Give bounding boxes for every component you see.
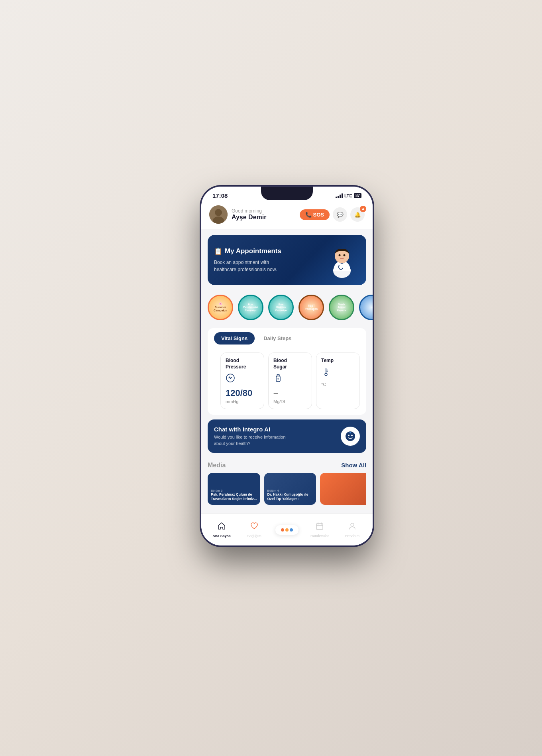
sos-button[interactable]: 📞 SOS — [300, 209, 330, 220]
vital-bs-icon — [273, 373, 307, 385]
campaign-test[interactable]: TESTPackages — [298, 295, 324, 320]
account-icon — [348, 522, 357, 532]
vitals-section: BloodPressure 120/80 mmHg BloodSugar — [208, 352, 366, 415]
vital-temp-icon — [321, 367, 355, 379]
ai-subtitle: Would you like to receive informationabo… — [214, 434, 286, 447]
dot-orange — [285, 528, 289, 532]
bottom-nav: Ana Saysa Sağlığım — [201, 514, 373, 545]
media-card-1-content: Bölüm 5 Psk. Ferahnaz Çulum ileTravmalar… — [208, 473, 260, 505]
screen-content[interactable]: 📋 My Appointments Book an appointment wi… — [201, 229, 373, 541]
vital-blood-pressure[interactable]: BloodPressure 120/80 mmHg — [220, 352, 264, 409]
ai-robot-icon — [341, 427, 360, 446]
banner-title: 📋 My Appointments — [214, 247, 324, 256]
media-2-text: Dr. Hakkı Kumuşoğlu ileÖzel Tıp Yaklaşım… — [267, 492, 313, 502]
nav-home[interactable]: Ana Saysa — [205, 522, 238, 538]
vital-bp-value: 120/80 — [226, 388, 259, 398]
nav-appointments[interactable]: Randevular — [303, 522, 336, 538]
nav-account-label: Hesabım — [345, 534, 359, 538]
vital-temp-title: Temp — [321, 358, 355, 364]
media-section: Media Show All Bölüm 5 Psk. Ferahnaz Çul… — [201, 458, 373, 509]
status-right: LTE 87 — [336, 193, 361, 198]
doctor-character — [324, 242, 360, 278]
media-card-2-content: Bölüm 4 Dr. Hakkı Kumuşoğlu ileÖzel Tıp … — [264, 473, 316, 505]
campaign-summer[interactable]: 🌸SummerCampaign — [208, 295, 233, 320]
phone-icon: 📞 — [305, 212, 312, 218]
vital-bp-unit: mmHg — [226, 399, 259, 404]
media-header: Media Show All — [208, 462, 366, 469]
ai-chat-banner[interactable]: Chat with Integro AI Would you like to r… — [208, 419, 366, 453]
svg-point-10 — [277, 378, 279, 380]
campaign-row: 🌸SummerCampaign FreePsychologistCampaign… — [201, 291, 373, 324]
vital-bp-icon — [226, 373, 259, 385]
calendar-nav-icon — [315, 522, 324, 532]
greeting-text: Good morning — [232, 208, 296, 214]
svg-point-1 — [215, 209, 222, 216]
svg-point-14 — [351, 435, 353, 436]
greeting-block: Good morning Ayşe Demir — [232, 208, 296, 221]
tabs-section: Vital Signs Daily Steps — [208, 328, 366, 352]
media-2-episode: Bölüm 4 — [267, 489, 313, 492]
svg-point-5 — [339, 254, 341, 256]
svg-point-6 — [344, 254, 346, 256]
time-display: 17:08 — [212, 192, 228, 199]
lte-label: LTE — [344, 193, 352, 198]
ai-title: Chat with Integro AI — [214, 426, 286, 433]
chat-icon: 💬 — [337, 212, 344, 218]
svg-rect-16 — [316, 524, 323, 530]
appointments-banner[interactable]: 📋 My Appointments Book an appointment wi… — [208, 235, 366, 285]
media-card-3-content — [320, 473, 366, 505]
campaign-extra[interactable]: ··· — [359, 295, 373, 320]
vitals-row: BloodPressure 120/80 mmHg BloodSugar — [214, 352, 360, 415]
vital-bs-title: BloodSugar — [273, 358, 307, 370]
app-header: Good morning Ayşe Demir 📞 SOS 💬 🔔 4 — [201, 201, 373, 229]
nav-center[interactable] — [271, 525, 303, 535]
phone-frame: 17:08 LTE 87 Good morning Ay — [201, 187, 373, 545]
media-1-episode: Bölüm 5 — [211, 489, 257, 492]
dot-blue — [290, 528, 293, 532]
campaign-experts[interactable]: NewlyJoinedExperts — [329, 295, 354, 320]
media-card-3[interactable] — [320, 473, 366, 505]
vital-temp[interactable]: Temp °C — [316, 352, 360, 409]
media-card-1[interactable]: Bölüm 5 Psk. Ferahnaz Çulum ileTravmalar… — [208, 473, 260, 505]
vital-bs-unit: Mg/Dl — [273, 399, 307, 404]
nav-health[interactable]: Sağlığım — [238, 522, 271, 538]
nav-appointments-label: Randevular — [310, 534, 329, 538]
user-avatar[interactable] — [209, 205, 228, 224]
nav-account[interactable]: Hesabım — [336, 522, 369, 538]
svg-point-17 — [351, 523, 354, 526]
signal-icon — [336, 193, 343, 198]
notification-badge: 4 — [360, 206, 366, 212]
heart-icon — [250, 522, 259, 532]
vital-bp-title: BloodPressure — [226, 358, 259, 370]
show-all-button[interactable]: Show All — [341, 462, 366, 469]
tab-vital-signs[interactable]: Vital Signs — [214, 332, 255, 345]
header-actions: 📞 SOS 💬 🔔 4 — [300, 207, 365, 222]
user-name: Ayşe Demir — [232, 214, 296, 221]
vital-blood-sugar[interactable]: BloodSugar – Mg/Dl — [268, 352, 312, 409]
campaign-dietitian[interactable]: FreeDietitianCampaign — [268, 295, 294, 320]
tab-daily-steps[interactable]: Daily Steps — [256, 332, 298, 345]
media-title: Media — [208, 462, 226, 469]
battery-display: 87 — [354, 193, 361, 198]
ai-content: Chat with Integro AI Would you like to r… — [214, 426, 286, 447]
chat-button[interactable]: 💬 — [333, 207, 347, 222]
phone-screen: 17:08 LTE 87 Good morning Ay — [201, 187, 373, 545]
svg-point-15 — [350, 432, 351, 433]
bell-icon: 🔔 — [354, 212, 361, 218]
campaign-psychologist[interactable]: FreePsychologistCampaign — [238, 295, 263, 320]
tabs-row: Vital Signs Daily Steps — [214, 332, 360, 345]
notification-button[interactable]: 🔔 4 — [350, 207, 365, 222]
banner-content: 📋 My Appointments Book an appointment wi… — [214, 247, 324, 273]
banner-subtitle: Book an appointment withhealthcare profe… — [214, 259, 324, 273]
nav-home-label: Ana Saysa — [212, 534, 231, 538]
nav-health-label: Sağlığım — [247, 534, 261, 538]
notch — [261, 187, 313, 200]
media-card-2[interactable]: Bölüm 4 Dr. Hakkı Kumuşoğlu ileÖzel Tıp … — [264, 473, 316, 505]
calendar-icon: 📋 — [214, 247, 222, 256]
media-1-text: Psk. Ferahnaz Çulum ileTravmaların Seçim… — [211, 492, 257, 502]
dot-red — [281, 528, 284, 532]
vital-temp-unit: °C — [321, 382, 355, 387]
media-row: Bölüm 5 Psk. Ferahnaz Çulum ileTravmalar… — [208, 473, 366, 505]
vital-bs-value: – — [273, 388, 307, 398]
svg-point-13 — [348, 435, 350, 436]
